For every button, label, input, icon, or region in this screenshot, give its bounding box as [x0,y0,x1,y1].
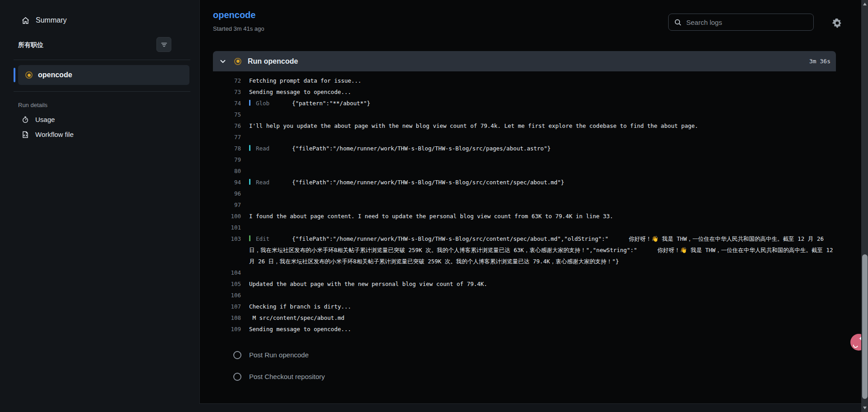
log-line-text [249,222,836,233]
log-line-number[interactable]: 96 [213,188,241,199]
log-line-number[interactable]: 77 [213,131,241,143]
log-line-text: I'll help you update the about page with… [249,120,836,131]
tool-call-bar [249,179,250,185]
step-post-run-opencode[interactable]: Post Run opencode [213,346,836,364]
tool-args: {"filePath":"/home/runner/work/THW-s-Blo… [292,179,564,186]
post-step-label: Post Checkout repository [249,373,325,380]
log-line: 106 [213,290,836,301]
log-line-number[interactable]: 105 [213,278,241,290]
tool-name: Read [256,177,292,188]
page-scrollbar[interactable] [861,0,868,412]
stopwatch-icon [22,116,29,123]
log-line-number[interactable]: 76 [213,120,241,131]
workflow-file-icon [22,131,29,138]
post-step-label: Post Run opencode [249,351,309,359]
log-line: 78Read{"filePath":"/home/runner/work/THW… [213,143,836,154]
log-line-number[interactable]: 100 [213,211,241,222]
tool-args: {"pattern":"**/about*"} [292,100,370,107]
log-line-text: Read{"filePath":"/home/runner/work/THW-s… [249,143,836,154]
workflow-file-label: Workflow file [35,131,74,138]
in-progress-icon [234,58,241,65]
log-line-number[interactable]: 106 [213,290,241,301]
in-progress-icon [25,71,33,79]
log-line: 72Fetching prompt data for issue... [213,75,836,86]
step-duration: 3m 36s [809,58,830,65]
log-line: 94Read{"filePath":"/home/runner/work/THW… [213,177,836,188]
log-line-text [249,154,836,165]
log-line-text [249,165,836,177]
log-line-number[interactable]: 101 [213,222,241,233]
log-line-text: Edit{"filePath":"/home/runner/work/THW-s… [249,233,836,267]
log-line-number[interactable]: 75 [213,109,241,120]
step-name: Run opencode [248,57,298,66]
pending-step-icon [233,373,241,381]
log-line: 100I found the about page content. I nee… [213,211,836,222]
log-line-number[interactable]: 79 [213,154,241,165]
log-line: 105Updated the about page with the new p… [213,278,836,290]
log-line: 109Sending message to opencode... [213,323,836,335]
log-settings-button[interactable] [831,17,843,29]
crescent-icon [852,342,859,349]
run-details-label: Run details [18,102,199,108]
log-line-text: Updated the about page with the new pers… [249,278,836,290]
log-line-number[interactable]: 108 [213,312,241,323]
search-icon [674,19,682,26]
log-line-number[interactable]: 94 [213,177,241,188]
job-title-link[interactable]: opencode [213,10,255,20]
tool-args: {"filePath":"/home/runner/work/THW-s-Blo… [249,235,836,265]
selected-job-accent-bar [14,68,15,82]
log-line-number[interactable]: 72 [213,75,241,86]
log-line: 76I'll help you update the about page wi… [213,120,836,131]
usage-label: Usage [35,116,55,123]
log-line: 108 M src/content/spec/about.md [213,312,836,323]
log-line-text: I found the about page content. I need t… [249,211,836,222]
job-name: opencode [38,71,72,79]
jobs-section-label: 所有职位 [18,41,43,49]
log-line-text [249,290,836,301]
log-line: 79 [213,154,836,165]
pending-step-icon [233,351,241,359]
log-line: 96 [213,188,836,199]
home-icon [22,17,29,24]
log-line: 73Sending message to opencode... [213,86,836,98]
log-line-text [249,131,836,143]
filter-icon [160,41,168,48]
sidebar-item-usage[interactable]: Usage [22,116,199,123]
log-line-text: Sending message to opencode... [249,86,836,98]
chevron-down-icon [219,57,227,66]
tool-name: Read [256,143,292,154]
scrollbar-thumb[interactable] [862,254,868,399]
log-line: 77 [213,131,836,143]
sidebar-summary-label: Summary [36,16,66,24]
tool-call-bar [249,145,250,151]
log-line-number[interactable]: 107 [213,301,241,312]
search-logs-input[interactable] [686,19,808,26]
log-line-text: M src/content/spec/about.md [249,312,836,323]
log-line: 97 [213,199,836,211]
log-line-number[interactable]: 104 [213,267,241,278]
scroll-down-arrow[interactable] [861,405,868,411]
log-output: 72Fetching prompt data for issue...73Sen… [213,71,836,335]
log-line-text: Sending message to opencode... [249,323,836,335]
tool-name: Glob [256,98,292,109]
filter-jobs-button[interactable] [156,37,171,52]
job-started-timestamp: Started 3m 41s ago [213,25,264,32]
log-line-number[interactable]: 109 [213,323,241,335]
step-header-run-opencode[interactable]: Run opencode 3m 36s [213,51,836,71]
log-line-number[interactable]: 80 [213,165,241,177]
scroll-up-arrow[interactable] [861,1,868,7]
sidebar-job-opencode[interactable]: opencode [18,65,189,85]
log-line-number[interactable]: 103 [213,233,241,244]
sidebar-item-workflow-file[interactable]: Workflow file [22,131,199,138]
log-line-text: Read{"filePath":"/home/runner/work/THW-s… [249,177,836,188]
sidebar-item-summary[interactable]: Summary [22,16,199,24]
log-line-number[interactable]: 97 [213,199,241,211]
step-post-checkout-repository[interactable]: Post Checkout repository [213,367,836,386]
log-line-number[interactable]: 74 [213,98,241,109]
search-logs-box[interactable] [668,14,814,31]
log-line-number[interactable]: 73 [213,86,241,98]
log-line: 80 [213,165,836,177]
tool-args: {"filePath":"/home/runner/work/THW-s-Blo… [292,145,551,152]
log-line-text: Glob{"pattern":"**/about*"} [249,98,836,109]
log-line-number[interactable]: 78 [213,143,241,154]
